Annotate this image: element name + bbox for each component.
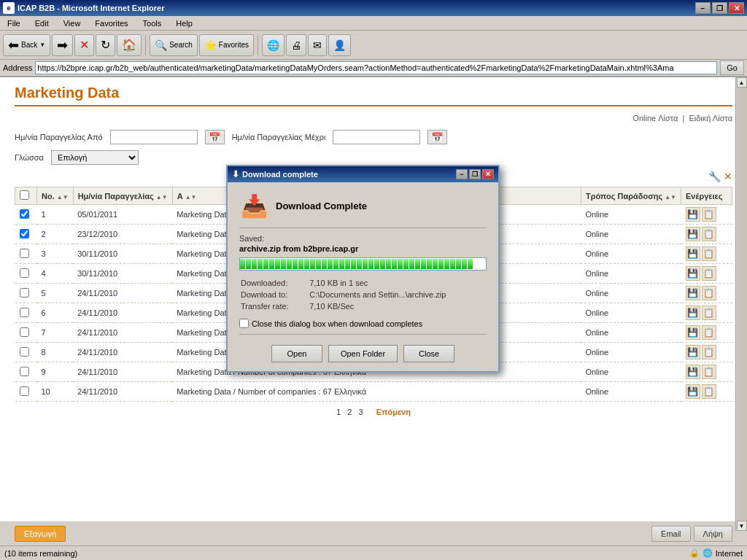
minimize-button[interactable]: −	[695, 2, 711, 14]
menu-help[interactable]: Help	[171, 18, 197, 29]
title-bar: e ICAP B2B - Microsoft Internet Explorer…	[0, 0, 747, 16]
dialog-title-text: Download complete	[242, 170, 318, 179]
print-button[interactable]: 🖨	[286, 34, 306, 56]
progress-block	[263, 259, 268, 269]
saved-url: archive.zip from b2bpre.icap.gr	[239, 244, 487, 253]
progress-block	[357, 259, 362, 269]
dialog-overlay: ⬇ Download complete − ❐ ✕ 📥	[0, 77, 747, 545]
search-icon: 🔍	[155, 39, 167, 51]
address-input[interactable]	[35, 61, 717, 74]
back-dropdown-icon[interactable]: ▼	[39, 42, 45, 48]
dialog-separator-2	[239, 334, 487, 335]
media-button[interactable]: 🌐	[262, 34, 285, 56]
progress-block	[392, 259, 397, 269]
refresh-button[interactable]: ↻	[96, 34, 115, 56]
progress-block	[386, 259, 391, 269]
back-label: Back	[21, 41, 37, 49]
dialog-title-left: ⬇ Download complete	[232, 169, 318, 179]
dialog-header-text: Download Complete	[276, 201, 367, 211]
progress-block	[345, 259, 350, 269]
search-label: Search	[169, 41, 193, 49]
dialog-buttons: Open Open Folder Close	[239, 341, 487, 362]
forward-button[interactable]: ➡	[52, 34, 73, 56]
ie-icon: e	[3, 2, 15, 14]
dialog-title-icon: ⬇	[232, 169, 239, 179]
progress-block	[281, 259, 286, 269]
download-to-row: Download to: C:\Documents and Settin...\…	[241, 289, 485, 300]
print-icon: 🖨	[291, 39, 301, 51]
downloaded-label: Downloaded:	[241, 278, 308, 288]
transfer-rate-label: Transfer rate:	[241, 301, 308, 311]
dialog-header: 📥 Download Complete	[239, 191, 487, 220]
progress-block	[456, 259, 461, 269]
saved-label: Saved:	[239, 234, 487, 243]
menu-file[interactable]: File	[3, 18, 25, 29]
back-button[interactable]: ⬅ Back ▼	[3, 34, 50, 56]
progress-block	[298, 259, 303, 269]
menu-bar: File Edit View Favorites Tools Help	[0, 16, 747, 31]
dialog-separator-1	[239, 228, 487, 228]
dialog-minimize-button[interactable]: −	[456, 169, 468, 179]
progress-block	[316, 259, 321, 269]
status-text: (10 items remaining)	[4, 549, 77, 558]
title-bar-buttons: − ❐ ✕	[695, 2, 744, 14]
forward-icon: ➡	[57, 37, 68, 53]
dialog-close-button[interactable]: ✕	[482, 169, 494, 179]
progress-block	[269, 259, 274, 269]
progress-block	[333, 259, 338, 269]
progress-block	[444, 259, 449, 269]
toolbar-separator-2	[258, 35, 258, 55]
dialog-info: Downloaded: 7,10 KB in 1 sec Download to…	[239, 276, 487, 313]
progress-block	[328, 259, 333, 269]
refresh-icon: ↻	[101, 38, 110, 52]
progress-block	[293, 259, 298, 269]
stop-button[interactable]: ✕	[74, 34, 94, 56]
dialog-open-button[interactable]: Open	[271, 345, 322, 362]
favorites-label: Favorites	[219, 41, 249, 49]
transfer-rate-row: Transfer rate: 7,10 KB/Sec	[241, 301, 485, 311]
menu-tools[interactable]: Tools	[139, 18, 166, 29]
favorites-icon: ⭐	[204, 39, 217, 51]
menu-favorites[interactable]: Favorites	[90, 18, 132, 29]
menu-view[interactable]: View	[59, 18, 85, 29]
download-complete-dialog: ⬇ Download complete − ❐ ✕ 📥	[226, 165, 500, 373]
progress-block	[450, 259, 455, 269]
home-button[interactable]: 🏠	[117, 34, 142, 56]
dialog-info-table: Downloaded: 7,10 KB in 1 sec Download to…	[239, 276, 487, 313]
progress-block	[468, 259, 473, 269]
messenger-icon: 👤	[333, 39, 346, 51]
progress-block	[363, 259, 368, 269]
go-button[interactable]: Go	[720, 61, 744, 75]
dialog-close-btn[interactable]: Close	[403, 345, 454, 362]
close-button[interactable]: ✕	[729, 2, 744, 14]
download-to-value: C:\Documents and Settin...\archive.zip	[309, 289, 485, 300]
progress-block	[252, 259, 257, 269]
dialog-restore-button[interactable]: ❐	[469, 169, 481, 179]
dialog-title-bar: ⬇ Download complete − ❐ ✕	[228, 166, 498, 182]
progress-block	[427, 259, 432, 269]
progress-block	[240, 259, 245, 269]
progress-block	[403, 259, 409, 269]
toolbar-separator-1	[145, 35, 146, 55]
zone-icon: 🌐	[703, 548, 713, 558]
menu-edit[interactable]: Edit	[31, 18, 53, 29]
status-left: (10 items remaining)	[4, 549, 77, 558]
progress-fill	[240, 258, 486, 270]
messenger-button[interactable]: 👤	[328, 34, 351, 56]
mail-button[interactable]: ✉	[308, 34, 327, 56]
toolbar: ⬅ Back ▼ ➡ ✕ ↻ 🏠 🔍 Search ⭐ Favorites 🌐	[0, 31, 747, 60]
progress-block	[438, 259, 444, 269]
progress-block	[409, 259, 414, 269]
close-on-complete-checkbox[interactable]	[239, 319, 249, 328]
zone-label: Internet	[716, 549, 743, 558]
close-on-complete-label: Close this dialog box when download comp…	[252, 319, 422, 328]
restore-button[interactable]: ❐	[712, 2, 727, 14]
progress-block	[351, 259, 356, 269]
search-button[interactable]: 🔍 Search	[150, 34, 198, 56]
progress-block	[339, 259, 344, 269]
home-icon: 🏠	[122, 38, 136, 52]
favorites-button[interactable]: ⭐ Favorites	[199, 34, 254, 56]
progress-block	[462, 259, 467, 269]
status-bar: (10 items remaining) 🔒 🌐 Internet	[0, 545, 747, 560]
dialog-open-folder-button[interactable]: Open Folder	[328, 345, 398, 362]
